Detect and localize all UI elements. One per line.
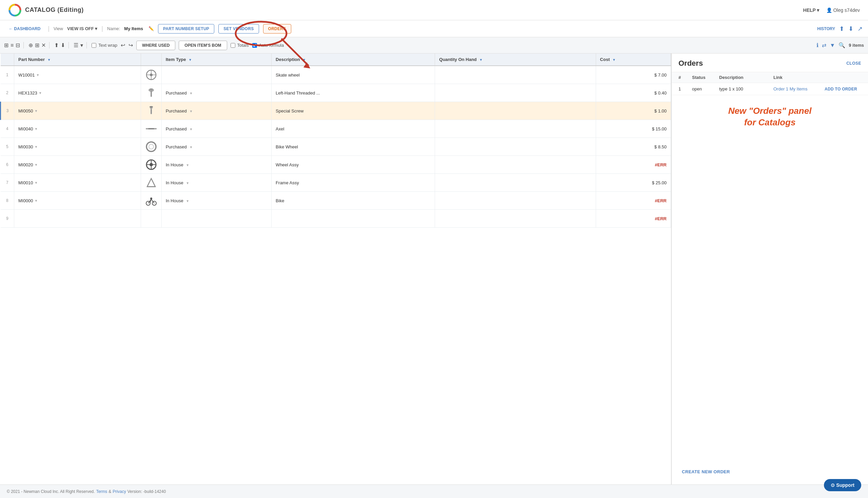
item-type-cell[interactable] [162, 210, 271, 228]
item-type-cell[interactable]: In House ▼ [162, 192, 271, 210]
item-type-dropdown[interactable]: ▼ [186, 181, 189, 185]
terms-link[interactable]: Terms [96, 489, 107, 494]
description-header[interactable]: Description ▼ [271, 53, 435, 66]
part-number-cell[interactable]: MI0000 ▼ [14, 192, 141, 210]
row-dropdown[interactable]: ▼ [34, 181, 38, 185]
auto-formula-checkbox[interactable] [252, 43, 257, 48]
delete-icon[interactable]: ✕ [41, 42, 46, 49]
description-cell[interactable]: Axel [271, 120, 435, 138]
view-toggle[interactable]: VIEW IS OFF ▾ [67, 26, 97, 31]
qty-header[interactable]: Quantity On Hand ▼ [435, 53, 596, 66]
part-number-cell[interactable]: MI0010 ▼ [14, 174, 141, 192]
qty-cell[interactable] [435, 192, 596, 210]
undo-icon[interactable]: ↩ [121, 42, 125, 49]
up-icon[interactable]: ⬆ [54, 42, 59, 49]
create-new-order-button[interactable]: CREATE NEW ORDER [678, 466, 861, 478]
item-type-dropdown[interactable]: ▼ [189, 145, 193, 149]
qty-cell[interactable] [435, 138, 596, 156]
item-type-cell[interactable]: In House ▼ [162, 156, 271, 174]
edit-name-icon[interactable]: ✏️ [149, 26, 154, 31]
grid-icon[interactable]: ⊞ [4, 42, 9, 49]
share-icon[interactable]: ↗ [857, 25, 863, 32]
item-type-cell[interactable]: Purchased ▼ [162, 120, 271, 138]
part-number-cell[interactable]: MI0020 ▼ [14, 156, 141, 174]
history-button[interactable]: HISTORY [817, 26, 835, 31]
part-number-filter[interactable]: ▼ [48, 58, 51, 62]
row-dropdown[interactable]: ▼ [36, 73, 39, 77]
align-down-icon[interactable]: ▾ [80, 42, 83, 49]
qty-filter[interactable]: ▼ [479, 58, 483, 62]
row-dropdown[interactable]: ▼ [34, 127, 38, 131]
totals-checkbox[interactable] [231, 43, 235, 48]
add-col-icon[interactable]: ⊞ [35, 42, 39, 49]
part-number-cell[interactable]: MI0040 ▼ [14, 120, 141, 138]
description-cell[interactable]: Bike Wheel [271, 138, 435, 156]
info-icon[interactable]: ℹ [816, 42, 818, 49]
tree-icon[interactable]: ⊟ [16, 42, 20, 49]
item-type-dropdown[interactable]: ▼ [186, 199, 189, 203]
row-dropdown[interactable]: ▼ [34, 163, 38, 167]
where-used-button[interactable]: WHERE USED [136, 41, 175, 50]
auto-formula-checkbox-label[interactable]: Auto formula [252, 43, 284, 48]
description-cell[interactable]: Skate wheel [271, 66, 435, 84]
description-cell[interactable] [271, 210, 435, 228]
dashboard-button[interactable]: ← DASHBOARD [5, 24, 44, 33]
align-icon[interactable]: ☰ [74, 42, 78, 49]
totals-checkbox-label[interactable]: Totals [231, 43, 249, 48]
item-type-dropdown[interactable]: ▼ [189, 127, 193, 131]
orders-close-button[interactable]: CLOSE [846, 61, 861, 66]
set-vendors-button[interactable]: SET VENDORS [218, 24, 259, 34]
description-cell[interactable]: Left-Hand Threaded ... [271, 84, 435, 102]
description-cell[interactable]: Bike [271, 192, 435, 210]
qty-cell[interactable] [435, 84, 596, 102]
text-wrap-checkbox[interactable] [91, 43, 96, 48]
filter-icon[interactable]: ▼ [830, 42, 835, 49]
cost-header[interactable]: Cost ▼ [596, 53, 671, 66]
orders-button[interactable]: ORDERS [263, 24, 291, 34]
export-icon[interactable]: ⬆ [839, 25, 844, 32]
item-type-cell[interactable]: Purchased ▼ [162, 138, 271, 156]
part-number-header[interactable]: Part Number ▼ [14, 53, 141, 66]
qty-cell[interactable] [435, 210, 596, 228]
list-icon[interactable]: ≡ [11, 42, 14, 49]
row-dropdown[interactable]: ▼ [34, 109, 38, 113]
part-number-cell[interactable]: MI0030 ▼ [14, 138, 141, 156]
part-number-cell[interactable]: MI0050 ▼ [14, 102, 141, 120]
add-to-order-button[interactable]: ADD TO ORDER [820, 87, 861, 91]
row-dropdown[interactable]: ▼ [39, 91, 42, 95]
qty-cell[interactable] [435, 120, 596, 138]
part-number-cell[interactable] [14, 210, 141, 228]
item-type-cell[interactable] [162, 66, 271, 84]
qty-cell[interactable] [435, 156, 596, 174]
order-link[interactable]: Order 1 My Items [774, 87, 820, 91]
row-dropdown[interactable]: ▼ [34, 199, 38, 202]
search-icon[interactable]: 🔍 [839, 42, 845, 49]
down-icon[interactable]: ⬇ [61, 42, 65, 49]
row-dropdown[interactable]: ▼ [34, 145, 38, 149]
item-type-cell[interactable]: In House ▼ [162, 174, 271, 192]
item-type-dropdown[interactable]: ▼ [186, 163, 189, 167]
part-number-cell[interactable]: W10001 ▼ [14, 66, 141, 84]
item-type-cell[interactable]: Purchased ▼ [162, 102, 271, 120]
link-icon[interactable]: ⇄ [822, 42, 826, 49]
description-filter[interactable]: ▼ [303, 58, 306, 62]
cost-filter[interactable]: ▼ [612, 58, 616, 62]
add-row-icon[interactable]: ⊕ [28, 42, 33, 49]
text-wrap-checkbox-label[interactable]: Text wrap [91, 43, 117, 48]
description-cell[interactable]: Wheel Assy [271, 156, 435, 174]
description-cell[interactable]: Special Screw [271, 102, 435, 120]
import-icon[interactable]: ⬇ [848, 25, 853, 32]
privacy-link[interactable]: Privacy [113, 489, 126, 494]
qty-cell[interactable] [435, 174, 596, 192]
qty-cell[interactable] [435, 102, 596, 120]
item-type-dropdown[interactable]: ▼ [189, 91, 193, 95]
qty-cell[interactable] [435, 66, 596, 84]
item-type-filter[interactable]: ▼ [189, 58, 192, 62]
item-type-dropdown[interactable]: ▼ [189, 109, 193, 113]
support-button[interactable]: ⊙ Support [824, 479, 861, 491]
part-number-cell[interactable]: HEX1323 ▼ [14, 84, 141, 102]
part-number-setup-button[interactable]: PART NUMBER SETUP [158, 24, 214, 34]
redo-icon[interactable]: ↪ [128, 42, 133, 49]
description-cell[interactable]: Frame Assy [271, 174, 435, 192]
open-items-bom-button[interactable]: OPEN ITEM'S BOM [179, 41, 227, 50]
